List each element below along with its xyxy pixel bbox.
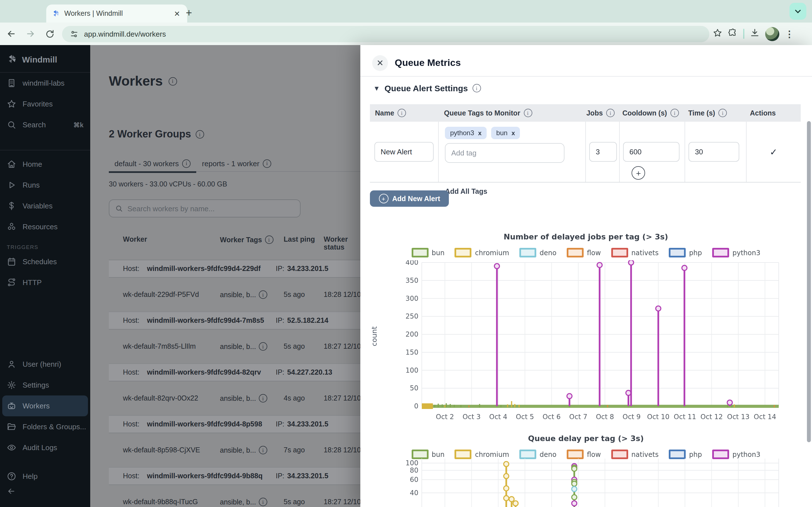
legend-item-deno[interactable]: deno: [519, 450, 557, 459]
close-drawer-button[interactable]: ✕: [372, 55, 388, 71]
info-icon[interactable]: i: [606, 109, 615, 117]
chart2-legend: bunchromiumdenoflownativetsphppython3: [365, 450, 806, 459]
legend-item-flow[interactable]: flow: [567, 450, 601, 459]
alert-name-input[interactable]: New Alert: [374, 142, 434, 162]
legend-item-chromium[interactable]: chromium: [455, 248, 509, 258]
info-icon[interactable]: i: [259, 498, 267, 506]
legend-item-php[interactable]: php: [669, 450, 702, 459]
svg-text:Oct 10: Oct 10: [647, 413, 670, 421]
user-icon: [7, 359, 16, 369]
table-row-host: Host: windmill-workers-9fdfc99d4-82qrvIP…: [109, 364, 360, 381]
info-icon[interactable]: i: [259, 446, 267, 454]
info-icon[interactable]: i: [195, 130, 204, 138]
menu-kebab-icon[interactable]: ⋮: [785, 29, 794, 39]
sidebar-item-http[interactable]: HTTP: [0, 272, 90, 293]
add-tag-input[interactable]: Add tag: [445, 143, 564, 163]
profile-avatar[interactable]: [765, 27, 779, 41]
add-all-tags-link[interactable]: Add All Tags: [445, 187, 487, 195]
cooldown-input[interactable]: 600: [623, 142, 679, 162]
home-icon: [7, 159, 16, 169]
info-icon[interactable]: i: [523, 109, 532, 117]
back-button[interactable]: [3, 26, 19, 42]
info-icon[interactable]: i: [472, 84, 481, 93]
collapse-sidebar-button[interactable]: [0, 487, 90, 501]
legend-swatch: [411, 450, 428, 459]
downloads-icon[interactable]: [750, 28, 760, 40]
legend-swatch: [669, 450, 686, 459]
jobs-input[interactable]: 3: [590, 142, 617, 162]
building-icon: [7, 78, 16, 88]
sidebar-item-runs[interactable]: Runs: [0, 175, 90, 195]
tab-search-button[interactable]: [790, 3, 806, 20]
time-input[interactable]: 30: [689, 142, 740, 162]
legend-item-php[interactable]: php: [669, 248, 702, 258]
sidebar-item-schedules[interactable]: Schedules: [0, 251, 90, 272]
legend-label: python3: [732, 450, 760, 458]
sidebar-item-label: Variables: [22, 202, 52, 210]
windmill-logo[interactable]: Windmill: [0, 45, 90, 73]
legend-item-deno[interactable]: deno: [519, 248, 557, 258]
legend-item-chromium[interactable]: chromium: [455, 450, 509, 459]
sidebar-item-label: Runs: [22, 181, 40, 189]
sidebar-item-resources[interactable]: Resources: [0, 216, 90, 237]
legend-item-nativets[interactable]: nativets: [611, 248, 659, 258]
info-icon[interactable]: i: [718, 109, 727, 117]
sidebar-item-search[interactable]: Search⌘k: [0, 114, 90, 135]
worker-name: wk-default-7m8s5-LlIlm: [123, 342, 196, 350]
sidebar-item-help[interactable]: Help: [0, 466, 90, 487]
tab-close-icon[interactable]: ✕: [172, 9, 182, 18]
legend-item-python3[interactable]: python3: [712, 248, 760, 258]
legend-item-bun[interactable]: bun: [411, 450, 445, 459]
add-new-alert-label: Add New Alert: [392, 194, 440, 203]
legend-item-bun[interactable]: bun: [411, 248, 445, 258]
address-bar[interactable]: app.windmill.dev/workers: [62, 25, 709, 42]
info-icon[interactable]: i: [259, 394, 267, 402]
sidebar-item-home[interactable]: Home: [0, 154, 90, 175]
confirm-check-icon[interactable]: ✓: [770, 147, 777, 157]
sidebar-item-favorites[interactable]: Favorites: [0, 94, 90, 114]
bookmark-star-icon[interactable]: [713, 28, 722, 40]
queue-delay-chart: 100806040: [365, 459, 806, 507]
browser-tab[interactable]: Workers | Windmill ✕: [46, 4, 187, 22]
reload-button[interactable]: [42, 26, 57, 42]
legend-label: php: [689, 450, 702, 458]
sidebar-item-user-henri[interactable]: User (henri): [0, 354, 90, 375]
info-icon[interactable]: i: [263, 159, 271, 168]
sidebar-item-windmill-labs[interactable]: windmill-labs: [0, 73, 90, 94]
sidebar-item-audit-logs[interactable]: Audit Logs: [0, 437, 90, 458]
alert-tags-cell: python3xbunx Add tag + Add All Tags: [439, 122, 586, 182]
star-icon: [7, 99, 16, 109]
info-icon[interactable]: i: [259, 290, 267, 299]
legend-label: flow: [587, 249, 601, 257]
worker-group-tab-0[interactable]: default - 30 workersi: [109, 156, 196, 173]
tag-pill-python3[interactable]: python3x: [445, 127, 487, 139]
drawer-scrollbar[interactable]: [807, 121, 811, 442]
sidebar-item-variables[interactable]: Variables: [0, 195, 90, 216]
cubes-icon: [7, 222, 16, 231]
info-icon[interactable]: i: [670, 109, 679, 117]
sidebar-item-label: Workers: [22, 402, 50, 410]
sidebar-item-workers[interactable]: Workers: [2, 395, 88, 416]
new-tab-button[interactable]: +: [182, 6, 196, 20]
queue-metrics-drawer: ✕ Queue Metrics ▼ Queue Alert Settings i…: [360, 45, 812, 507]
info-icon[interactable]: i: [182, 159, 191, 168]
legend-item-python3[interactable]: python3: [712, 450, 760, 459]
add-new-alert-button[interactable]: + Add New Alert: [370, 190, 449, 207]
remove-tag-icon[interactable]: x: [511, 129, 515, 136]
last-ping: 5s ago: [284, 498, 305, 506]
queue-alert-settings-header[interactable]: ▼ Queue Alert Settings i: [373, 83, 481, 93]
forward-button[interactable]: [22, 26, 38, 42]
info-icon[interactable]: i: [168, 77, 177, 86]
sidebar-item-settings[interactable]: Settings: [0, 375, 90, 395]
legend-item-flow[interactable]: flow: [567, 248, 601, 258]
search-workers-input[interactable]: Search workers by name...: [109, 200, 301, 217]
tag-pill-bun[interactable]: bunx: [491, 127, 520, 139]
info-icon[interactable]: i: [259, 342, 267, 351]
legend-item-nativets[interactable]: nativets: [611, 450, 659, 459]
info-icon[interactable]: i: [398, 109, 406, 117]
sidebar-item-folders-groups[interactable]: Folders & Groups...: [0, 416, 90, 437]
worker-group-tab-1[interactable]: reports - 1 workeri: [196, 156, 277, 171]
extensions-icon[interactable]: [728, 28, 738, 40]
remove-tag-icon[interactable]: x: [478, 129, 481, 136]
legend-swatch: [611, 248, 628, 258]
